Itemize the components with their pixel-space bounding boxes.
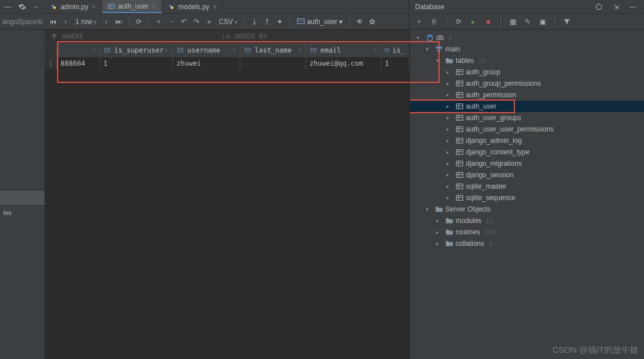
breadcrumb: angoSpace\b (0, 14, 45, 29)
col-is-superuser[interactable]: is_superuser÷ (100, 43, 173, 57)
add-icon[interactable]: ＋ (414, 17, 424, 27)
funnel-icon (50, 33, 58, 41)
tree-db-root[interactable]: ▾db1 (410, 32, 644, 43)
minimize-icon[interactable]: — (3, 2, 12, 12)
close-icon[interactable]: × (152, 2, 156, 10)
cell-last-name[interactable] (240, 57, 306, 70)
undo-icon[interactable]: ↶ (179, 17, 189, 27)
svg-point-6 (171, 6, 174, 9)
tree-table-label: django_admin_log (466, 137, 522, 145)
tree-table-django-content-type[interactable]: ▸django_content_type (410, 146, 644, 158)
refresh-db-icon[interactable]: ⟳ (453, 17, 464, 27)
col-last-name[interactable]: last_name÷ (240, 43, 306, 57)
where-filter[interactable]: WHERE (45, 30, 216, 43)
svg-rect-14 (245, 49, 251, 52)
tree-table-auth-user-user-permissions[interactable]: ▸auth_user_user_permissions (410, 123, 644, 135)
tree-table-auth-group-permissions[interactable]: ▸auth_group_permissions (410, 78, 644, 89)
svg-rect-57 (456, 196, 462, 201)
tree-schema[interactable]: ▾main (410, 43, 644, 55)
table-view-icon[interactable]: ▦ (508, 17, 518, 27)
svg-point-7 (596, 4, 601, 9)
tree-table-label: django_content_type (466, 148, 529, 156)
col-email[interactable]: email÷ (306, 43, 381, 57)
svg-rect-54 (456, 184, 462, 189)
more-icon[interactable]: » (204, 17, 214, 27)
refresh-icon[interactable]: ⟳ (134, 17, 144, 27)
col-username[interactable]: username÷ (173, 43, 240, 57)
last-page-icon[interactable]: ⏭ (114, 17, 124, 27)
gear-icon[interactable] (18, 2, 26, 12)
tab-auth-user[interactable]: auth_user × (102, 0, 162, 13)
svg-rect-16 (311, 49, 316, 52)
tab-models-py[interactable]: models.py × (162, 0, 223, 13)
tree-tables-folder[interactable]: ▾tables12 (410, 55, 644, 66)
prev-page-icon[interactable]: ‹ (61, 17, 71, 27)
tree-table-django-migrations[interactable]: ▸django_migrations (410, 158, 644, 169)
expand-icon[interactable]: ⇲ (611, 2, 621, 12)
editor-toolbar: ⏮ ‹ 1 row › ⏭ ⟳ ＋ － ↶ ↷ » CSV ⭳ ⭱ ✦ auth… (45, 14, 409, 29)
run-icon[interactable]: ▸ (468, 17, 478, 27)
tree-table-label: auth_user (466, 102, 496, 110)
tree-table-django-session[interactable]: ▸django_session (410, 169, 644, 181)
tree-table-auth-permission[interactable]: ▸auth_permission (410, 89, 644, 101)
tab-admin-py[interactable]: admin.py × (45, 0, 102, 13)
import-icon[interactable]: ✦ (275, 17, 285, 27)
close-icon[interactable]: × (92, 3, 96, 11)
tree-server-objects[interactable]: ▾Server Objects (410, 204, 644, 215)
edit-icon[interactable]: ✎ (522, 17, 533, 27)
cell-email[interactable]: zhuwei@qq.com (306, 57, 381, 70)
stop-icon[interactable]: ■ (483, 17, 493, 27)
tree-table-auth-group[interactable]: ▸auth_group (410, 66, 644, 78)
settings-icon[interactable]: ✿ (367, 17, 377, 27)
tree-table-label: auth_user_groups (466, 114, 521, 122)
svg-rect-36 (456, 115, 462, 121)
tree-table-label: sqlite_sequence (466, 194, 516, 202)
side-tab[interactable]: les (0, 206, 45, 220)
first-page-icon[interactable]: ⏮ (48, 17, 58, 27)
close-icon[interactable]: × (213, 3, 217, 11)
col-trailing[interactable]: is_ (381, 43, 409, 57)
tree-table-sqlite-sequence[interactable]: ▸sqlite_sequence (410, 192, 644, 204)
export-format[interactable]: CSV (216, 18, 240, 26)
hide-icon[interactable]: — (628, 2, 638, 12)
svg-point-20 (428, 35, 433, 37)
diagram-icon[interactable]: ▣ (537, 17, 548, 27)
redo-icon[interactable]: ↷ (191, 17, 202, 27)
target-table[interactable]: auth_user ▾ (295, 17, 345, 26)
svg-rect-30 (456, 93, 462, 98)
orderby-filter[interactable]: ↓≡ ORDER BY (216, 30, 273, 43)
svg-rect-23 (437, 50, 440, 52)
filter-bar: WHERE ↓≡ ORDER BY (45, 30, 409, 43)
svg-rect-39 (456, 127, 462, 132)
eye-icon[interactable]: 👁 (355, 17, 365, 27)
row-count[interactable]: 1 row (73, 18, 99, 26)
partial-col[interactable]: ÷ (57, 43, 100, 57)
tree-collations[interactable]: ▸collations3 (410, 238, 644, 249)
cell-is-superuser[interactable]: 1 (100, 57, 173, 70)
svg-rect-51 (456, 173, 462, 178)
filter-icon[interactable] (562, 17, 572, 27)
cell-frag[interactable]: 888664 (57, 57, 100, 70)
remove-row-icon[interactable]: － (166, 17, 176, 27)
cell-username[interactable]: zhuwei (173, 57, 240, 70)
tree-routines[interactable]: ▸routines160 (410, 226, 644, 238)
tree-table-auth-user-groups[interactable]: ▸auth_user_groups (410, 112, 644, 123)
upload-icon[interactable]: ⭱ (262, 17, 272, 27)
tree-table-sqlite-master[interactable]: ▸sqlite_master (410, 181, 644, 192)
next-page-icon[interactable]: › (101, 17, 111, 27)
svg-rect-24 (456, 70, 462, 75)
tree-table-auth-user[interactable]: ▸auth_user (410, 101, 644, 112)
tree-table-label: django_migrations (466, 159, 522, 167)
tree-table-django-admin-log[interactable]: ▸django_admin_log (410, 135, 644, 146)
grid-area: ÷ is_superuser÷ username÷ last_name÷ ema… (45, 43, 409, 359)
table-row[interactable]: 1 888664 1 zhuwei zhuwei@qq.com 1 (45, 57, 409, 70)
tree-table-label: sqlite_master (466, 182, 506, 190)
arrow-left-icon[interactable]: ← (33, 2, 41, 12)
tree-table-label: auth_group (466, 68, 501, 76)
duplicate-icon[interactable]: ⎘ (429, 17, 439, 27)
cell-trailing[interactable]: 1 (381, 57, 409, 70)
tree-modules[interactable]: ▸modules11 (410, 215, 644, 226)
sync-icon[interactable] (594, 2, 604, 12)
add-row-icon[interactable]: ＋ (154, 17, 164, 27)
download-icon[interactable]: ⭳ (249, 17, 260, 27)
